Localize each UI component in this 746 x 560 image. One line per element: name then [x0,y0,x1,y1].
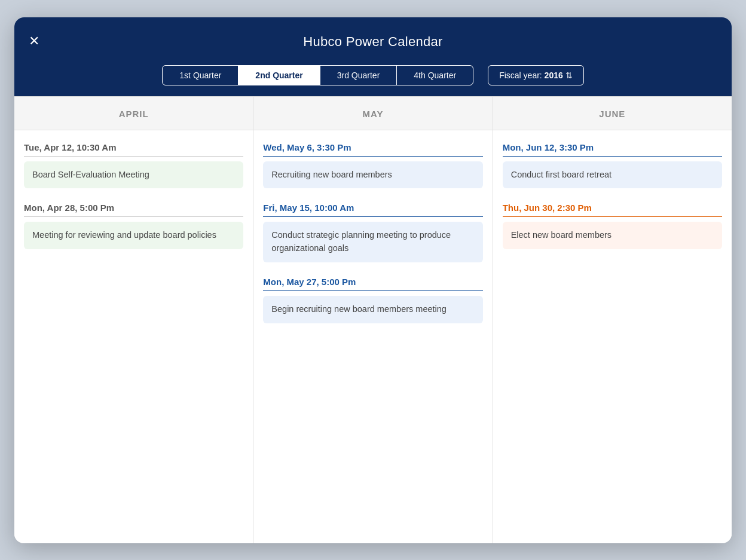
month-body-april: Tue, Apr 12, 10:30 Am Board Self-Evaluat… [14,130,253,543]
month-body-may: Wed, May 6, 3:30 Pm Recruiting new board… [253,130,492,543]
app-title: Hubco Power Calendar [303,34,442,50]
tab-3rd-quarter[interactable]: 3rd Quarter [320,66,398,85]
event-group: Mon, May 27, 5:00 Pm Begin recruiting ne… [263,277,482,323]
event-group: Mon, Apr 28, 5:00 Pm Meeting for reviewi… [24,203,243,249]
event-card[interactable]: Recruiting new board members [263,161,482,189]
event-date: Tue, Apr 12, 10:30 Am [24,142,243,157]
event-date: Wed, May 6, 3:30 Pm [263,142,482,157]
nav-bar: 1st Quarter 2nd Quarter 3rd Quarter 4th … [14,65,732,96]
header: ✕ Hubco Power Calendar [14,17,732,65]
tab-2nd-quarter[interactable]: 2nd Quarter [239,66,320,85]
close-button[interactable]: ✕ [29,35,39,48]
quarter-tabs: 1st Quarter 2nd Quarter 3rd Quarter 4th … [162,65,473,85]
month-header-april: APRIL [14,96,253,130]
fiscal-year-label: Fiscal year: [499,71,542,80]
month-col-may: MAY Wed, May 6, 3:30 Pm Recruiting new b… [253,96,493,543]
event-group: Tue, Apr 12, 10:30 Am Board Self-Evaluat… [24,142,243,189]
calendar-grid: APRIL Tue, Apr 12, 10:30 Am Board Self-E… [14,96,732,543]
close-icon: ✕ [29,33,39,48]
month-header-may: MAY [253,96,492,130]
fiscal-year-button[interactable]: Fiscal year: 2016 ⇅ [488,65,584,85]
event-date: Mon, Apr 28, 5:00 Pm [24,203,243,217]
event-card[interactable]: Conduct first board retreat [503,161,722,189]
event-date: Fri, May 15, 10:00 Am [263,203,482,217]
event-date: Mon, Jun 12, 3:30 Pm [503,142,722,157]
event-card[interactable]: Begin recruiting new board members meeti… [263,296,482,323]
tab-1st-quarter[interactable]: 1st Quarter [163,66,239,85]
event-card[interactable]: Elect new board members [503,222,722,249]
event-group: Thu, Jun 30, 2:30 Pm Elect new board mem… [503,203,722,249]
event-date: Mon, May 27, 5:00 Pm [263,277,482,291]
event-card[interactable]: Meeting for reviewing and update board p… [24,222,243,249]
event-group: Fri, May 15, 10:00 Am Conduct strategic … [263,203,482,262]
fiscal-year-arrow-icon: ⇅ [565,71,573,80]
fiscal-year-value: 2016 [545,71,563,80]
event-date: Thu, Jun 30, 2:30 Pm [503,203,722,217]
event-card[interactable]: Conduct strategic planning meeting to pr… [263,222,482,262]
month-col-june: JUNE Mon, Jun 12, 3:30 Pm Conduct first … [493,96,732,543]
tab-4th-quarter[interactable]: 4th Quarter [397,66,473,85]
month-header-june: JUNE [493,96,732,130]
month-col-april: APRIL Tue, Apr 12, 10:30 Am Board Self-E… [14,96,253,543]
event-card[interactable]: Board Self-Evaluation Meeting [24,161,243,189]
event-group: Mon, Jun 12, 3:30 Pm Conduct first board… [503,142,722,189]
month-body-june: Mon, Jun 12, 3:30 Pm Conduct first board… [493,130,732,543]
app-window: ✕ Hubco Power Calendar 1st Quarter 2nd Q… [14,17,732,543]
event-group: Wed, May 6, 3:30 Pm Recruiting new board… [263,142,482,189]
